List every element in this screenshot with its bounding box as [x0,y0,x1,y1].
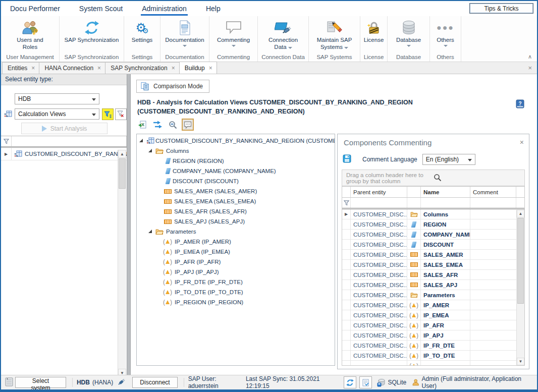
column-header-comment[interactable]: Comment [470,187,516,197]
cell-parent-entity[interactable]: CUSTOMER_DISC... [351,341,407,350]
cell-name[interactable]: REGION [421,219,470,229]
tree-item-column[interactable]: COMPANY_NAME (COMPANY_NAME) [137,166,335,176]
table-row[interactable]: CUSTOMER_DISC... SALES_APJ [342,280,524,290]
tree-item-column[interactable]: SALES_APJ (SALES_APJ) [137,216,335,227]
table-row[interactable]: CUSTOMER_DISC... () IP_AFR [342,320,524,330]
tree-item-columns-folder[interactable]: Columns [137,146,335,156]
close-icon[interactable]: × [209,65,212,72]
table-row[interactable]: CUSTOMER_DISC... DISCOUNT [342,240,524,250]
sync-now-button[interactable] [344,376,356,388]
filter-cell[interactable] [470,198,516,208]
close-icon[interactable]: × [97,65,101,72]
scroll-down-icon[interactable]: ▼ [517,358,524,365]
cell-name[interactable]: IP_APJ [421,330,470,340]
tree-item-parameters-folder[interactable]: Parameters [137,227,335,237]
filter-button[interactable] [102,108,114,120]
help-icon[interactable]: ? [515,99,525,111]
close-icon[interactable]: × [172,65,175,72]
ribbon-collapse-icon[interactable]: ∧ [528,53,532,60]
table-row[interactable]: CUSTOMER_DISC... () IP_APJ [342,330,524,341]
documentation-button[interactable]: Documentation [160,16,209,53]
zoom-out-button[interactable] [167,119,179,131]
cell-parent-entity[interactable]: CUSTOMER_DISC... [351,351,407,360]
column-header-name[interactable]: Name [421,187,470,197]
cell-name[interactable]: SALES_AMER [421,250,470,259]
splitter-handle[interactable] [127,74,131,377]
table-row[interactable]: CUSTOMER_DISC... COMPANY_NAME [342,230,524,240]
scrollbar-vertical[interactable]: ▲ ▼ [516,210,524,365]
tree-item-column[interactable]: SALES_AFR (SALES_AFR) [137,206,335,216]
entity-row[interactable]: ▶ CUSTOMER_DISCOUNT_BY_RANKING_AND_REGIO… [1,148,127,160]
table-row[interactable]: CUSTOMER_DISC... () IP_EMEA [342,310,524,320]
close-icon[interactable]: × [528,64,532,72]
tree-item-parameter[interactable]: () IP_APJ (IP_APJ) [137,267,335,277]
search-icon[interactable] [434,174,521,183]
excel-export-button[interactable]: X [136,119,148,131]
disconnect-button[interactable]: Disconnect [132,377,177,388]
scrollbar-thumb[interactable] [119,158,126,189]
entity-type-combobox[interactable]: Calculation Views [15,108,99,120]
tips-tricks-button[interactable]: Tips & Tricks [469,3,533,14]
cell-name[interactable]: SALES_EMEA [421,260,470,269]
users-and-roles-button[interactable]: Users and Roles [1,16,59,53]
table-row[interactable]: CUSTOMER_DISC... () IP_AMER [342,300,524,310]
commenting-toggle-button[interactable] [182,119,194,131]
tree-item-column[interactable]: SALES_EMEA (SALES_EMEA) [137,196,335,206]
select-system-button[interactable]: Select system [15,377,66,388]
cell-name[interactable]: IP_TO_DTE [421,351,470,360]
cell-parent-entity[interactable]: CUSTOMER_DISC... [351,230,407,239]
table-row[interactable]: CUSTOMER_DISC... Parameters [342,290,524,300]
cell-name[interactable]: IP_AMER [421,300,470,310]
cell-parent-entity[interactable]: CUSTOMER_DISC... [351,300,407,310]
scroll-up-icon[interactable]: ▲ [118,150,126,158]
filter-cell[interactable] [421,198,470,208]
filter-cell[interactable] [12,136,127,146]
tree-expander-icon[interactable] [148,148,153,153]
cell-name[interactable]: COMPANY_NAME [421,230,470,239]
tree-item-column[interactable]: REGION (REGION) [137,156,335,166]
cell-parent-entity[interactable]: CUSTOMER_DISC... [351,250,407,259]
grid-filter-row[interactable] [1,136,127,148]
tree-item-parameter[interactable]: () IP_AMER (IP_AMER) [137,237,335,247]
cell-name[interactable]: SALES_AFR [421,270,470,279]
cell-name[interactable]: SALES_APJ [421,280,470,290]
cell-name[interactable]: Parameters [421,290,470,300]
scroll-up-icon[interactable]: ▲ [517,210,524,217]
tree-expander-icon[interactable] [148,229,153,234]
clear-filter-button[interactable]: × [115,108,127,120]
cell-parent-entity[interactable]: CUSTOMER_DISC... [351,260,407,269]
scrollbar-vertical[interactable]: ▲ ▼ [118,150,126,377]
license-button[interactable]: ✦ License [360,16,387,53]
cell-parent-entity[interactable]: CUSTOMER_DISC... [351,320,407,330]
tab-buildup[interactable]: Buildup × [179,62,217,74]
filter-cell[interactable] [351,198,407,208]
cell-name[interactable]: DISCOUNT [421,240,470,249]
tab-entities[interactable]: Entities × [2,62,39,74]
connection-data-button[interactable]: Connection Data [258,16,308,53]
menu-system-scout[interactable]: System Scout [78,2,124,16]
database-button[interactable]: Database [388,16,429,53]
menu-help[interactable]: Help [205,2,222,16]
table-filter-row[interactable] [342,198,524,209]
close-icon[interactable]: × [520,138,524,146]
table-row[interactable]: CUSTOMER_DISC... SALES_AFR [342,270,524,280]
tab-sap-synchronization[interactable]: SAP Synchronization × [105,62,180,74]
commenting-button[interactable]: Commenting [209,16,257,53]
tree-item-parameter[interactable]: () IP_FR_DTE (IP_FR_DTE) [137,277,335,287]
sync-log-button[interactable] [359,376,372,388]
tab-hana-connection[interactable]: HANA Connection × [39,62,105,74]
table-row[interactable]: ▶ CUSTOMER_DISC... Columns [342,209,524,219]
tree-item-root[interactable]: CUSTOMER_DISCOUNT_BY_RANKING_AND_REGION … [137,136,335,146]
column-header-parent-entity[interactable]: Parent entity [351,187,407,197]
cell-name[interactable]: IP_AFR [421,320,470,330]
cell-name[interactable]: IP_EMEA [421,310,470,320]
cell-parent-entity[interactable]: CUSTOMER_DISC... [351,270,407,279]
tree-item-parameter[interactable]: () IP_TO_DTE (IP_TO_DTE) [137,287,335,297]
scrollbar-thumb[interactable] [517,218,524,304]
sap-synchronization-button[interactable]: SAP Synchronization [60,16,124,53]
tree-item-column[interactable]: DISCOUNT (DISCOUNT) [137,176,335,186]
table-row[interactable]: CUSTOMER_DISC... SALES_AMER [342,250,524,260]
start-analysis-button[interactable]: Start Analysis [21,123,107,134]
cell-parent-entity[interactable]: CUSTOMER_DISC... [351,240,407,249]
tree-item-parameter[interactable]: () IP_AFR (IP_AFR) [137,257,335,267]
